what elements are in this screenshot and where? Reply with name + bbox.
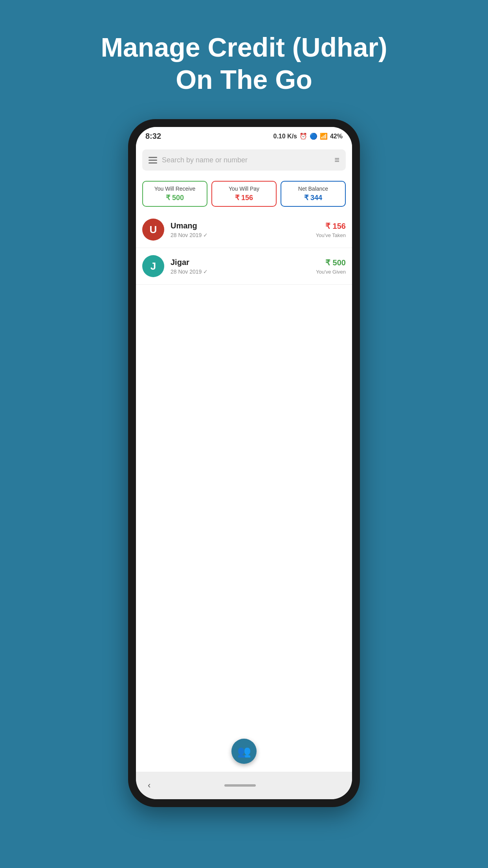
- search-bar-container: Search by name or number ≡: [136, 144, 352, 176]
- contact-amount-umang: ₹ 156 You've Taken: [316, 221, 346, 238]
- signal-icon: 📶: [320, 132, 328, 140]
- phone-screen: 8:32 0.10 K/s ⏰ 🔵 📶 42% Search by name o…: [136, 127, 352, 799]
- balance-amount: ₹ 344: [284, 193, 342, 202]
- contact-date-umang: 28 Nov 2019 ✓: [171, 232, 310, 238]
- summary-cards: You Will Receive ₹ 500 You Will Pay ₹ 15…: [136, 176, 352, 211]
- status-time: 8:32: [145, 132, 161, 141]
- pay-label: You Will Pay: [215, 186, 273, 192]
- contact-amount-jigar: ₹ 500 You've Given: [316, 258, 346, 275]
- home-indicator[interactable]: [224, 784, 256, 787]
- status-jigar: You've Given: [316, 269, 346, 275]
- avatar-jigar: J: [142, 255, 164, 277]
- contact-info-umang: Umang 28 Nov 2019 ✓: [171, 221, 310, 238]
- card-receive: You Will Receive ₹ 500: [142, 181, 207, 207]
- pay-amount: ₹ 156: [215, 193, 273, 202]
- receive-amount: ₹ 500: [146, 193, 204, 202]
- status-bar: 8:32 0.10 K/s ⏰ 🔵 📶 42%: [136, 127, 352, 144]
- hamburger-menu-icon[interactable]: [149, 157, 157, 164]
- status-right: 0.10 K/s ⏰ 🔵 📶 42%: [273, 132, 343, 140]
- status-umang: You've Taken: [316, 232, 346, 238]
- contact-item-jigar[interactable]: J Jigar 28 Nov 2019 ✓ ₹ 500 You've Given: [136, 248, 352, 285]
- add-contact-fab[interactable]: 👥: [231, 739, 257, 764]
- card-pay: You Will Pay ₹ 156: [211, 181, 277, 207]
- network-speed: 0.10 K/s: [273, 133, 297, 140]
- alarm-icon: ⏰: [299, 132, 307, 140]
- receive-label: You Will Receive: [146, 186, 204, 192]
- phone-mockup: 8:32 0.10 K/s ⏰ 🔵 📶 42% Search by name o…: [128, 119, 360, 807]
- page-title: Manage Credit (Udhar) On The Go: [69, 31, 418, 96]
- card-balance: Net Balance ₹ 344: [281, 181, 346, 207]
- add-contact-icon: 👥: [237, 745, 251, 758]
- fab-container: 👥: [136, 731, 352, 772]
- contact-item-umang[interactable]: U Umang 28 Nov 2019 ✓ ₹ 156 You've Taken: [136, 211, 352, 248]
- search-bar[interactable]: Search by name or number ≡: [142, 149, 346, 171]
- back-button[interactable]: ‹: [141, 777, 157, 794]
- contact-name-umang: Umang: [171, 221, 310, 230]
- bluetooth-icon: 🔵: [310, 132, 317, 140]
- search-input[interactable]: Search by name or number: [162, 156, 330, 164]
- amount-jigar: ₹ 500: [316, 258, 346, 267]
- amount-umang: ₹ 156: [316, 221, 346, 231]
- contact-name-jigar: Jigar: [171, 258, 310, 267]
- contacts-list: U Umang 28 Nov 2019 ✓ ₹ 156 You've Taken…: [136, 211, 352, 731]
- navigation-bar: ‹: [136, 772, 352, 799]
- avatar-umang: U: [142, 219, 164, 241]
- filter-icon[interactable]: ≡: [334, 155, 339, 165]
- battery-level: 42%: [330, 133, 343, 140]
- contact-date-jigar: 28 Nov 2019 ✓: [171, 268, 310, 275]
- balance-label: Net Balance: [284, 186, 342, 192]
- contact-info-jigar: Jigar 28 Nov 2019 ✓: [171, 258, 310, 275]
